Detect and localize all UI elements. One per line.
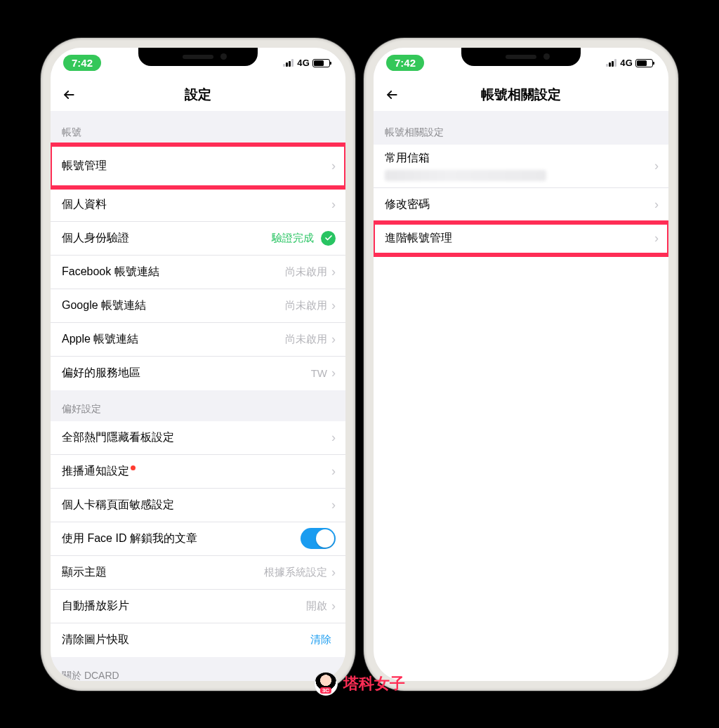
row-label: 全部熱門隱藏看板設定 xyxy=(62,430,331,445)
back-arrow-icon xyxy=(385,88,399,102)
page-title: 帳號相關設定 xyxy=(481,86,561,104)
chevron-right-icon: › xyxy=(331,298,336,313)
row-label: 使用 Face ID 解鎖我的文章 xyxy=(62,531,301,546)
email-blurred-value xyxy=(385,170,546,181)
row-value: 根據系統設定 xyxy=(264,566,327,579)
row-label: 自動播放影片 xyxy=(62,599,306,614)
network-label: 4G xyxy=(297,58,310,68)
row-label: 個人身份驗證 xyxy=(62,231,272,246)
row-google-link[interactable]: Google 帳號連結 尚未啟用 › xyxy=(51,289,345,323)
check-circle-icon xyxy=(321,231,336,246)
watermark-avatar-icon xyxy=(314,672,338,696)
row-email[interactable]: 常用信箱 › xyxy=(374,145,668,188)
row-autoplay[interactable]: 自動播放影片 開啟 › xyxy=(51,590,345,623)
row-label: 帳號管理 xyxy=(62,159,331,173)
page-title: 設定 xyxy=(185,86,211,104)
notch xyxy=(138,48,258,66)
chevron-right-icon: › xyxy=(331,366,336,380)
row-facebook-link[interactable]: Facebook 帳號連結 尚未啟用 › xyxy=(51,256,345,289)
faceid-toggle[interactable] xyxy=(301,528,336,549)
watermark-text: 塔科女子 xyxy=(343,673,405,694)
watermark: 塔科女子 xyxy=(314,672,405,696)
chevron-right-icon: › xyxy=(331,599,336,614)
row-label: 個人資料 xyxy=(62,197,331,212)
status-icons: 4G xyxy=(606,58,653,68)
row-value: 驗證完成 xyxy=(272,232,314,245)
signal-icon xyxy=(283,59,294,67)
row-push-notifications[interactable]: 推播通知設定 › xyxy=(51,455,345,489)
row-label: 顯示主題 xyxy=(62,565,264,580)
row-label: 清除圖片快取 xyxy=(62,633,310,647)
signal-icon xyxy=(606,59,617,67)
row-account-manage[interactable]: 帳號管理 › xyxy=(51,145,345,188)
row-service-region[interactable]: 偏好的服務地區 TW › xyxy=(51,357,345,390)
chevron-right-icon: › xyxy=(331,464,336,479)
chevron-right-icon: › xyxy=(331,159,336,173)
section-header-account: 帳號 xyxy=(51,111,345,145)
row-value: TW xyxy=(311,367,327,379)
status-time: 7:42 xyxy=(386,55,424,71)
row-identity-verification[interactable]: 個人身份驗證 驗證完成 xyxy=(51,222,345,256)
chevron-right-icon: › xyxy=(331,265,336,279)
chevron-right-icon: › xyxy=(654,159,659,173)
row-label: 偏好的服務地區 xyxy=(62,366,311,380)
section-header-prefs: 偏好設定 xyxy=(51,390,345,421)
row-label: 修改密碼 xyxy=(385,197,654,212)
chevron-right-icon: › xyxy=(331,565,336,580)
network-label: 4G xyxy=(620,58,633,68)
battery-icon xyxy=(312,59,330,67)
row-advanced-account[interactable]: 進階帳號管理 › xyxy=(374,222,668,256)
row-label: Google 帳號連結 xyxy=(62,298,285,313)
row-faceid-unlock[interactable]: 使用 Face ID 解鎖我的文章 xyxy=(51,522,345,556)
row-sensitive-settings[interactable]: 個人卡稱頁面敏感設定 › xyxy=(51,489,345,522)
phone-right: 7:42 4G 帳號相關設定 帳號相關設定 常用信箱 › xyxy=(364,38,678,691)
row-board-settings[interactable]: 全部熱門隱藏看板設定 › xyxy=(51,421,345,455)
section-header-account-settings: 帳號相關設定 xyxy=(374,111,668,145)
row-change-password[interactable]: 修改密碼 › xyxy=(374,188,668,222)
section-header-about: 關於 DCARD xyxy=(51,657,345,681)
back-button[interactable] xyxy=(383,86,400,103)
battery-icon xyxy=(635,59,653,67)
chevron-right-icon: › xyxy=(331,332,336,347)
back-arrow-icon xyxy=(62,88,76,102)
row-label: Apple 帳號連結 xyxy=(62,332,285,347)
phone-left: 7:42 4G 設定 帳號 帳號管理 › 個人資料 xyxy=(41,38,355,691)
chevron-right-icon: › xyxy=(654,231,659,246)
row-theme[interactable]: 顯示主題 根據系統設定 › xyxy=(51,556,345,590)
status-icons: 4G xyxy=(283,58,330,68)
chevron-right-icon: › xyxy=(654,197,659,212)
row-value: 尚未啟用 xyxy=(285,333,327,346)
row-value: 開啟 xyxy=(306,600,327,613)
notification-dot-icon xyxy=(131,465,136,470)
row-label: 常用信箱 xyxy=(385,151,654,166)
clear-cache-action[interactable]: 清除 xyxy=(310,633,331,647)
row-value: 尚未啟用 xyxy=(285,265,327,279)
row-label: 個人卡稱頁面敏感設定 xyxy=(62,498,331,512)
row-label: 推播通知設定 xyxy=(62,464,331,479)
status-time: 7:42 xyxy=(63,55,101,71)
row-apple-link[interactable]: Apple 帳號連結 尚未啟用 › xyxy=(51,323,345,357)
back-button[interactable] xyxy=(60,86,77,103)
notch xyxy=(461,48,581,66)
chevron-right-icon: › xyxy=(331,197,336,212)
row-profile[interactable]: 個人資料 › xyxy=(51,188,345,222)
row-clear-cache[interactable]: 清除圖片快取 清除 xyxy=(51,623,345,657)
row-value: 尚未啟用 xyxy=(285,299,327,312)
chevron-right-icon: › xyxy=(331,498,336,512)
chevron-right-icon: › xyxy=(331,430,336,445)
row-label: 進階帳號管理 xyxy=(385,231,654,246)
row-label: Facebook 帳號連結 xyxy=(62,265,285,279)
